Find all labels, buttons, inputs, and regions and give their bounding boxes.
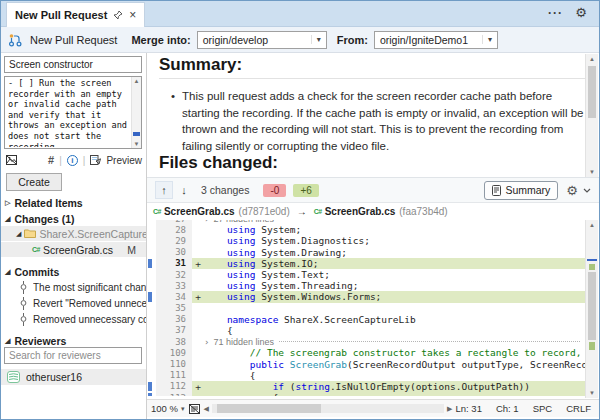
pull-request-icon — [8, 33, 22, 47]
commits-label: Commits — [14, 266, 59, 278]
reviewer-row[interactable]: otheruser16 — [1, 369, 146, 385]
map-mode-icon[interactable] — [189, 404, 200, 414]
code-scrollbar[interactable]: ▲ ▼ — [585, 220, 598, 398]
changes-count: 3 changes — [201, 184, 249, 196]
pr-description-text[interactable]: - [ ] Run the screen recorder with an em… — [8, 78, 130, 147]
scroll-right-icon[interactable]: ▶ — [447, 405, 452, 413]
attach-image-icon[interactable] — [6, 151, 17, 169]
section-commits[interactable]: ◢ Commits — [1, 264, 146, 279]
from-select[interactable]: origin/IgniteDemo1 ▾ — [374, 31, 498, 49]
create-button[interactable]: Create — [6, 173, 62, 191]
changes-label: Changes (1) — [14, 213, 74, 225]
deletions-badge: -0 — [263, 184, 286, 197]
scrollbar-thumb[interactable] — [588, 66, 596, 118]
horizontal-scrollbar[interactable] — [212, 404, 444, 413]
old-file-name: ScreenGrab.cs — [164, 206, 235, 217]
tab-new-pull-request[interactable]: New Pull Request × — [6, 2, 145, 27]
description-scrollbar[interactable]: ▲ ▼ — [131, 77, 141, 148]
scroll-up-icon[interactable]: ▲ — [132, 78, 141, 84]
expanded-icon[interactable]: ◢ — [5, 337, 10, 345]
scroll-left-icon[interactable]: ◀ — [203, 405, 208, 413]
preview-label[interactable]: Preview — [106, 155, 142, 166]
diff-line-28: 28 using System; — [147, 224, 585, 235]
pr-description-box[interactable]: - [ ] Run the screen recorder with an em… — [4, 76, 142, 149]
spaces-indicator[interactable]: SPC — [533, 403, 553, 414]
work-item-icon[interactable]: # — [48, 154, 54, 166]
close-icon[interactable]: × — [129, 9, 136, 21]
tab-title: New Pull Request — [15, 9, 107, 21]
chevron-down-icon[interactable] — [583, 188, 591, 193]
collapsed-icon[interactable]: ▷ — [5, 199, 10, 207]
pin-icon[interactable] — [113, 10, 123, 20]
expanded-icon[interactable]: ◢ — [16, 230, 21, 238]
diff-line-109: 109 // The screengrab constructor takes … — [147, 347, 585, 358]
changes-folder-row[interactable]: ◢ ShareX.ScreenCapture... — [1, 226, 146, 241]
summary-button-label: Summary — [505, 184, 550, 196]
commit-item[interactable]: Removed unnecessary commen — [1, 312, 146, 326]
commit-icon — [19, 313, 28, 326]
expanded-icon[interactable]: ◢ — [5, 215, 10, 223]
csharp-file-icon: C# — [32, 246, 40, 253]
previous-change-button[interactable]: ↑ — [155, 181, 173, 199]
expanded-icon[interactable]: ◢ — [5, 268, 10, 276]
scroll-down-icon[interactable]: ▼ — [586, 169, 598, 175]
line-ending-indicator[interactable]: CRLF — [566, 403, 591, 414]
merge-into-value: origin/develop — [203, 34, 268, 46]
files-changed-heading: Files changed: — [159, 153, 587, 177]
section-reviewers[interactable]: ◢ Reviewers — [1, 333, 146, 348]
scroll-down-icon[interactable]: ▼ — [132, 141, 141, 147]
zoom-value: 100 % — [151, 403, 178, 414]
summary-scrollbar[interactable]: ▲ ▼ — [585, 54, 598, 177]
merge-into-select[interactable]: origin/develop ▾ — [197, 31, 327, 49]
zoom-select[interactable]: 100 % ▾ — [151, 403, 184, 414]
commit-item[interactable]: The most significant changes in this — [1, 280, 146, 294]
hidden-lines-label[interactable]: 27 hidden lines — [213, 220, 274, 224]
commit-item[interactable]: Revert "Removed unnecessary co — [1, 296, 146, 310]
scroll-up-icon[interactable]: ▲ — [586, 56, 598, 62]
expand-hidden-lines-icon[interactable]: › — [204, 220, 209, 224]
commit-message: Revert "Removed unnecessary co — [33, 298, 146, 309]
diff-file-header: C# ScreenGrab.cs (d7871e0d) → C# ScreenG… — [147, 203, 585, 220]
from-value: origin/IgniteDemo1 — [380, 34, 468, 46]
gear-icon[interactable]: ⚙ — [575, 5, 587, 20]
summary-view-button[interactable]: Summary — [484, 181, 558, 200]
arrow-right-icon: → — [297, 206, 307, 217]
next-change-button[interactable]: ↓ — [175, 181, 193, 199]
scroll-up-icon[interactable]: ▲ — [586, 222, 598, 228]
folder-label: ShareX.ScreenCapture... — [39, 228, 146, 240]
toolbar-title: New Pull Request — [30, 34, 117, 46]
info-icon[interactable]: i — [67, 155, 78, 166]
scrollbar-thumb[interactable] — [133, 132, 140, 136]
hidden-lines-label[interactable]: 71 hidden lines — [213, 337, 274, 347]
more-options-icon[interactable]: ··· — [548, 6, 563, 20]
pr-toolbar: New Pull Request Merge into: origin/deve… — [1, 27, 599, 53]
changed-file-row[interactable]: C# ScreenGrab.cs M — [1, 242, 146, 257]
section-changes[interactable]: ◢ Changes (1) — [1, 211, 146, 226]
chevron-down-icon[interactable]: ▾ — [181, 405, 185, 413]
reviewer-name: otheruser16 — [26, 371, 82, 383]
csharp-file-icon: C# — [153, 208, 161, 215]
pr-title-input[interactable] — [4, 56, 142, 73]
merge-into-label: Merge into: — [131, 34, 190, 46]
from-label: From: — [337, 34, 368, 46]
file-name: ScreenGrab.cs — [43, 244, 113, 256]
diff-code[interactable]: 27›27 hidden lines28 using System;29 usi… — [147, 220, 585, 396]
expand-hidden-lines-icon[interactable]: › — [204, 337, 209, 347]
reviewer-search-input[interactable] — [4, 347, 142, 364]
new-file-hash: (faa73b4d) — [399, 206, 447, 217]
scroll-down-icon[interactable]: ▼ — [586, 390, 598, 396]
pr-sidebar: - [ ] Run the screen recorder with an em… — [1, 53, 147, 419]
section-related-items[interactable]: ▷ Related Items — [1, 195, 146, 210]
scrollbar-thumb[interactable] — [217, 404, 321, 413]
separator: | — [59, 155, 62, 166]
commit-message: Removed unnecessary commen — [33, 314, 146, 325]
summary-bullet-text: This pull request adds a check for the s… — [182, 88, 589, 154]
diff-settings-gear-icon[interactable]: ⚙ — [566, 183, 578, 198]
diff-line-31: 31+ using System.IO; — [147, 258, 585, 269]
preview-icon[interactable] — [90, 155, 101, 165]
chevron-down-icon[interactable]: ▾ — [311, 35, 326, 44]
caret-position-mark — [587, 259, 597, 261]
scrollbar-thumb[interactable] — [588, 272, 596, 340]
editor-status-bar: 100 % ▾ ◀ ▶ Ln: 31 Ch: 1 SPC CRLF — [147, 399, 599, 417]
chevron-down-icon[interactable]: ▾ — [482, 35, 497, 44]
